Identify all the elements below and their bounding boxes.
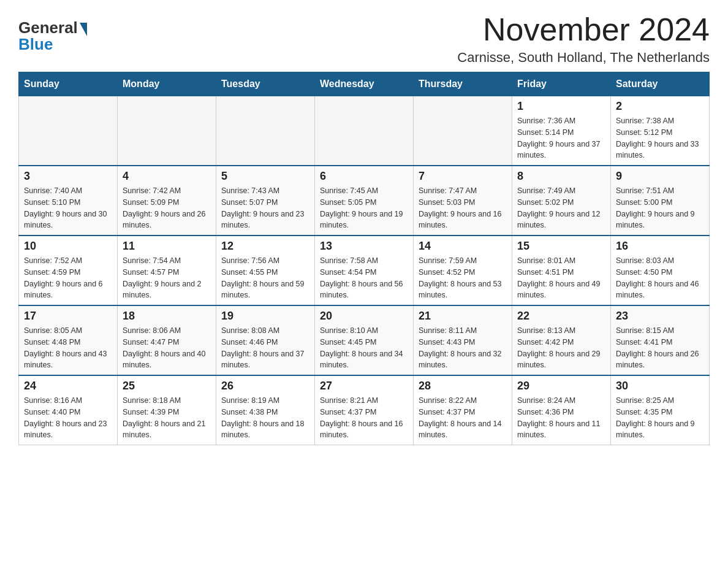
- day-number: 30: [616, 380, 704, 393]
- day-number: 9: [616, 170, 704, 183]
- calendar-cell: [19, 96, 118, 166]
- day-number: 16: [616, 240, 704, 253]
- calendar-cell: 10Sunrise: 7:52 AM Sunset: 4:59 PM Dayli…: [19, 236, 118, 305]
- calendar-cell: 16Sunrise: 8:03 AM Sunset: 4:50 PM Dayli…: [611, 236, 710, 305]
- calendar-cell: 28Sunrise: 8:22 AM Sunset: 4:37 PM Dayli…: [414, 375, 512, 445]
- day-number: 12: [221, 240, 309, 253]
- calendar-cell: 27Sunrise: 8:21 AM Sunset: 4:37 PM Dayli…: [315, 375, 414, 445]
- calendar-cell: [118, 96, 216, 166]
- day-number: 4: [123, 170, 211, 183]
- day-number: 19: [221, 310, 309, 323]
- calendar-cell: 24Sunrise: 8:16 AM Sunset: 4:40 PM Dayli…: [19, 375, 118, 445]
- day-info: Sunrise: 8:21 AM Sunset: 4:37 PM Dayligh…: [320, 395, 408, 441]
- calendar-cell: [414, 96, 512, 166]
- day-info: Sunrise: 8:22 AM Sunset: 4:37 PM Dayligh…: [419, 395, 507, 441]
- calendar-cell: 5Sunrise: 7:43 AM Sunset: 5:07 PM Daylig…: [216, 166, 315, 236]
- calendar-cell: 30Sunrise: 8:25 AM Sunset: 4:35 PM Dayli…: [611, 375, 710, 445]
- day-number: 6: [320, 170, 408, 183]
- day-number: 29: [517, 380, 605, 393]
- calendar-week-row: 17Sunrise: 8:05 AM Sunset: 4:48 PM Dayli…: [19, 305, 710, 375]
- calendar-header-thursday: Thursday: [414, 72, 512, 96]
- day-number: 21: [419, 310, 507, 323]
- logo-blue-text: Blue: [18, 35, 53, 54]
- calendar-cell: 14Sunrise: 7:59 AM Sunset: 4:52 PM Dayli…: [414, 236, 512, 305]
- day-number: 25: [123, 380, 211, 393]
- day-info: Sunrise: 7:38 AM Sunset: 5:12 PM Dayligh…: [616, 115, 704, 161]
- day-number: 7: [419, 170, 507, 183]
- day-info: Sunrise: 8:13 AM Sunset: 4:42 PM Dayligh…: [517, 325, 605, 371]
- day-number: 10: [24, 240, 112, 253]
- day-number: 17: [24, 310, 112, 323]
- day-info: Sunrise: 8:19 AM Sunset: 4:38 PM Dayligh…: [221, 395, 309, 441]
- calendar-week-row: 3Sunrise: 7:40 AM Sunset: 5:10 PM Daylig…: [19, 166, 710, 236]
- day-info: Sunrise: 8:24 AM Sunset: 4:36 PM Dayligh…: [517, 395, 605, 441]
- calendar-header-friday: Friday: [512, 72, 611, 96]
- day-info: Sunrise: 7:36 AM Sunset: 5:14 PM Dayligh…: [517, 115, 605, 161]
- calendar-cell: 29Sunrise: 8:24 AM Sunset: 4:36 PM Dayli…: [512, 375, 611, 445]
- day-info: Sunrise: 8:01 AM Sunset: 4:51 PM Dayligh…: [517, 255, 605, 301]
- day-info: Sunrise: 8:15 AM Sunset: 4:41 PM Dayligh…: [616, 325, 704, 371]
- calendar-cell: 23Sunrise: 8:15 AM Sunset: 4:41 PM Dayli…: [611, 305, 710, 375]
- day-number: 14: [419, 240, 507, 253]
- day-info: Sunrise: 8:05 AM Sunset: 4:48 PM Dayligh…: [24, 325, 112, 371]
- day-number: 23: [616, 310, 704, 323]
- calendar-cell: [216, 96, 315, 166]
- day-number: 13: [320, 240, 408, 253]
- calendar-header-tuesday: Tuesday: [216, 72, 315, 96]
- day-number: 18: [123, 310, 211, 323]
- calendar-cell: 15Sunrise: 8:01 AM Sunset: 4:51 PM Dayli…: [512, 236, 611, 305]
- day-number: 27: [320, 380, 408, 393]
- day-info: Sunrise: 8:25 AM Sunset: 4:35 PM Dayligh…: [616, 395, 704, 441]
- day-info: Sunrise: 7:58 AM Sunset: 4:54 PM Dayligh…: [320, 255, 408, 301]
- day-number: 5: [221, 170, 309, 183]
- calendar-cell: 1Sunrise: 7:36 AM Sunset: 5:14 PM Daylig…: [512, 96, 611, 166]
- location-subtitle: Carnisse, South Holland, The Netherlands: [457, 50, 710, 66]
- calendar-header-monday: Monday: [118, 72, 216, 96]
- calendar-cell: 22Sunrise: 8:13 AM Sunset: 4:42 PM Dayli…: [512, 305, 611, 375]
- calendar-cell: 7Sunrise: 7:47 AM Sunset: 5:03 PM Daylig…: [414, 166, 512, 236]
- day-number: 15: [517, 240, 605, 253]
- day-number: 2: [616, 100, 704, 113]
- calendar-cell: 25Sunrise: 8:18 AM Sunset: 4:39 PM Dayli…: [118, 375, 216, 445]
- calendar-cell: 8Sunrise: 7:49 AM Sunset: 5:02 PM Daylig…: [512, 166, 611, 236]
- calendar-cell: 9Sunrise: 7:51 AM Sunset: 5:00 PM Daylig…: [611, 166, 710, 236]
- day-info: Sunrise: 7:56 AM Sunset: 4:55 PM Dayligh…: [221, 255, 309, 301]
- day-info: Sunrise: 8:11 AM Sunset: 4:43 PM Dayligh…: [419, 325, 507, 371]
- day-info: Sunrise: 8:10 AM Sunset: 4:45 PM Dayligh…: [320, 325, 408, 371]
- calendar-header-saturday: Saturday: [611, 72, 710, 96]
- calendar-cell: 4Sunrise: 7:42 AM Sunset: 5:09 PM Daylig…: [118, 166, 216, 236]
- day-info: Sunrise: 7:40 AM Sunset: 5:10 PM Dayligh…: [24, 185, 112, 231]
- logo-triangle-icon: [80, 23, 87, 36]
- calendar-cell: [315, 96, 414, 166]
- day-info: Sunrise: 7:51 AM Sunset: 5:00 PM Dayligh…: [616, 185, 704, 231]
- day-info: Sunrise: 7:59 AM Sunset: 4:52 PM Dayligh…: [419, 255, 507, 301]
- day-number: 26: [221, 380, 309, 393]
- day-number: 1: [517, 100, 605, 113]
- calendar-cell: 2Sunrise: 7:38 AM Sunset: 5:12 PM Daylig…: [611, 96, 710, 166]
- calendar-cell: 17Sunrise: 8:05 AM Sunset: 4:48 PM Dayli…: [19, 305, 118, 375]
- day-number: 24: [24, 380, 112, 393]
- calendar-week-row: 24Sunrise: 8:16 AM Sunset: 4:40 PM Dayli…: [19, 375, 710, 445]
- calendar-week-row: 10Sunrise: 7:52 AM Sunset: 4:59 PM Dayli…: [19, 236, 710, 305]
- calendar-header-sunday: Sunday: [19, 72, 118, 96]
- day-info: Sunrise: 8:16 AM Sunset: 4:40 PM Dayligh…: [24, 395, 112, 441]
- calendar-cell: 3Sunrise: 7:40 AM Sunset: 5:10 PM Daylig…: [19, 166, 118, 236]
- calendar-cell: 18Sunrise: 8:06 AM Sunset: 4:47 PM Dayli…: [118, 305, 216, 375]
- calendar-cell: 11Sunrise: 7:54 AM Sunset: 4:57 PM Dayli…: [118, 236, 216, 305]
- calendar-cell: 13Sunrise: 7:58 AM Sunset: 4:54 PM Dayli…: [315, 236, 414, 305]
- calendar-header-wednesday: Wednesday: [315, 72, 414, 96]
- day-info: Sunrise: 8:06 AM Sunset: 4:47 PM Dayligh…: [123, 325, 211, 371]
- day-number: 11: [123, 240, 211, 253]
- day-number: 22: [517, 310, 605, 323]
- day-info: Sunrise: 8:03 AM Sunset: 4:50 PM Dayligh…: [616, 255, 704, 301]
- calendar-cell: 20Sunrise: 8:10 AM Sunset: 4:45 PM Dayli…: [315, 305, 414, 375]
- logo: General Blue: [18, 18, 87, 54]
- calendar-cell: 12Sunrise: 7:56 AM Sunset: 4:55 PM Dayli…: [216, 236, 315, 305]
- day-number: 20: [320, 310, 408, 323]
- month-title: November 2024: [457, 12, 710, 47]
- day-info: Sunrise: 7:49 AM Sunset: 5:02 PM Dayligh…: [517, 185, 605, 231]
- day-info: Sunrise: 8:18 AM Sunset: 4:39 PM Dayligh…: [123, 395, 211, 441]
- day-info: Sunrise: 7:43 AM Sunset: 5:07 PM Dayligh…: [221, 185, 309, 231]
- day-info: Sunrise: 7:42 AM Sunset: 5:09 PM Dayligh…: [123, 185, 211, 231]
- day-info: Sunrise: 7:45 AM Sunset: 5:05 PM Dayligh…: [320, 185, 408, 231]
